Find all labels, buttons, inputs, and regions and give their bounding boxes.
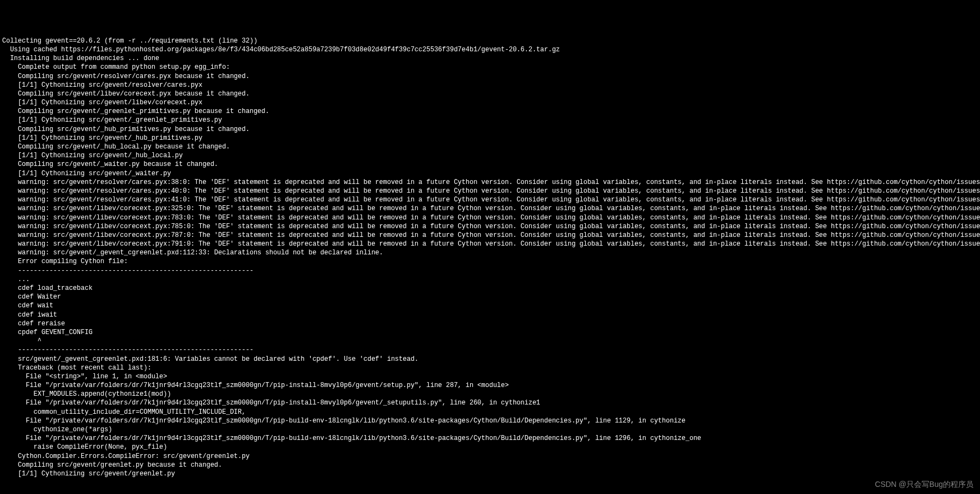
terminal-line: Compiling src/gevent/resolver/cares.pyx … xyxy=(2,72,978,81)
terminal-line: Error compiling Cython file: xyxy=(2,257,978,266)
terminal-line: Collecting gevent==20.6.2 (from -r ../re… xyxy=(2,37,978,45)
terminal-line: warning: src/gevent/resolver/cares.pyx:4… xyxy=(2,195,978,204)
terminal-line: ... xyxy=(2,275,978,284)
terminal-line: Compiling src/gevent/greenlet.py because… xyxy=(2,461,978,469)
terminal-line: warning: src/gevent/_gevent_cgreenlet.px… xyxy=(2,248,978,257)
terminal-line: warning: src/gevent/libev/corecext.pyx:7… xyxy=(2,231,978,240)
terminal-line: File "/private/var/folders/dr/7k1jnr9d4r… xyxy=(2,416,978,425)
terminal-line: cpdef GEVENT_CONFIG xyxy=(2,328,978,337)
terminal-output[interactable]: Collecting gevent==20.6.2 (from -r ../re… xyxy=(2,37,978,478)
terminal-line: File "/private/var/folders/dr/7k1jnr9d4r… xyxy=(2,398,978,407)
terminal-line: Compiling src/gevent/_greenlet_primitive… xyxy=(2,107,978,116)
terminal-line: warning: src/gevent/libev/corecext.pyx:3… xyxy=(2,204,978,213)
terminal-line: [1/1] Cythonizing src/gevent/greenlet.py xyxy=(2,469,978,478)
terminal-line: cythonize_one(*args) xyxy=(2,425,978,434)
terminal-line: ^ xyxy=(2,337,978,346)
terminal-line: ----------------------------------------… xyxy=(2,266,978,275)
terminal-line: [1/1] Cythonizing src/gevent/libev/corec… xyxy=(2,98,978,107)
terminal-line: raise CompileError(None, pyx_file) xyxy=(2,443,978,451)
terminal-line: EXT_MODULES.append(cythonize1(mod)) xyxy=(2,390,978,398)
terminal-line: Compiling src/gevent/libev/corecext.pyx … xyxy=(2,90,978,98)
terminal-line: src/gevent/_gevent_cgreenlet.pxd:181:6: … xyxy=(2,355,978,364)
terminal-line: cdef reraise xyxy=(2,319,978,328)
terminal-line: cdef load_traceback xyxy=(2,284,978,293)
terminal-line: cdef iwait xyxy=(2,311,978,319)
terminal-line: Using cached https://files.pythonhosted.… xyxy=(2,45,978,54)
terminal-line: [1/1] Cythonizing src/gevent/_hub_primit… xyxy=(2,134,978,142)
terminal-line: File "<string>", line 1, in <module> xyxy=(2,372,978,381)
terminal-line: Compiling src/gevent/_waiter.py because … xyxy=(2,160,978,169)
terminal-line: [1/1] Cythonizing src/gevent/_hub_local.… xyxy=(2,151,978,160)
terminal-line: warning: src/gevent/libev/corecext.pyx:7… xyxy=(2,213,978,222)
terminal-line: [1/1] Cythonizing src/gevent/_waiter.py xyxy=(2,169,978,178)
terminal-line: Compiling src/gevent/_hub_primitives.py … xyxy=(2,125,978,134)
terminal-line: [1/1] Cythonizing src/gevent/resolver/ca… xyxy=(2,81,978,90)
terminal-line: common_utility_include_dir=COMMON_UTILIT… xyxy=(2,408,978,416)
terminal-line: warning: src/gevent/libev/corecext.pyx:7… xyxy=(2,240,978,248)
terminal-line: File "/private/var/folders/dr/7k1jnr9d4r… xyxy=(2,381,978,390)
terminal-line: Compiling src/gevent/_hub_local.py becau… xyxy=(2,142,978,151)
terminal-line: [1/1] Cythonizing src/gevent/_greenlet_p… xyxy=(2,116,978,124)
terminal-line: warning: src/gevent/libev/corecext.pyx:7… xyxy=(2,222,978,231)
terminal-line: cdef Waiter xyxy=(2,293,978,301)
terminal-line: warning: src/gevent/resolver/cares.pyx:4… xyxy=(2,187,978,195)
terminal-line: File "/private/var/folders/dr/7k1jnr9d4r… xyxy=(2,434,978,443)
terminal-line: Complete output from command python setu… xyxy=(2,63,978,72)
terminal-line: Cython.Compiler.Errors.CompileError: src… xyxy=(2,452,978,461)
terminal-line: ----------------------------------------… xyxy=(2,346,978,354)
terminal-line: Installing build dependencies ... done xyxy=(2,54,978,63)
terminal-line: Traceback (most recent call last): xyxy=(2,364,978,372)
terminal-line: warning: src/gevent/resolver/cares.pyx:3… xyxy=(2,178,978,187)
terminal-line: cdef wait xyxy=(2,301,978,310)
watermark-text: CSDN @只会写Bug的程序员 xyxy=(875,479,973,490)
